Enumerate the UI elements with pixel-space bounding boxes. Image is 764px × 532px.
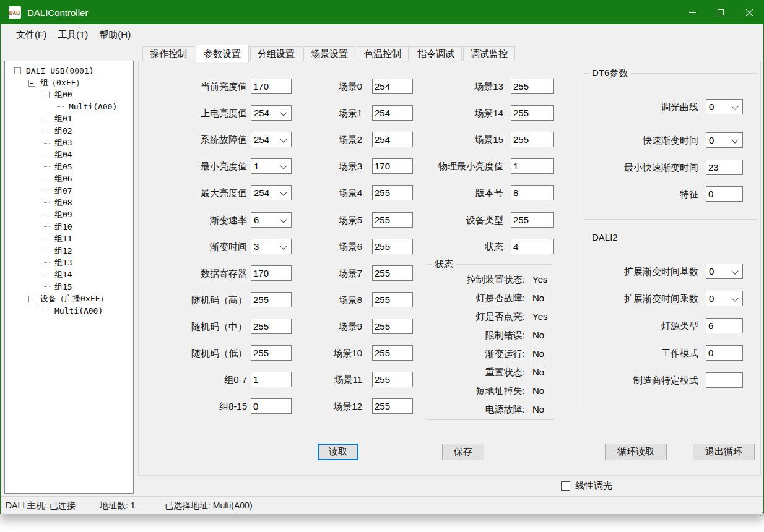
param-input[interactable]: [706, 372, 743, 388]
titlebar[interactable]: DALI DALIController: [1, 1, 763, 24]
param-input[interactable]: [372, 158, 413, 174]
linear-dimming-checkbox[interactable]: [561, 481, 570, 491]
param-input[interactable]: [251, 265, 292, 281]
tab-command-debug[interactable]: 指令调试: [410, 46, 462, 61]
tree-item[interactable]: 组（0xFF）: [5, 77, 133, 88]
param-input[interactable]: [511, 132, 554, 147]
minimize-icon: [689, 12, 696, 13]
param-select[interactable]: 254: [251, 132, 292, 147]
param-input[interactable]: [372, 185, 413, 200]
param-input[interactable]: [251, 345, 292, 361]
tab-strip: 操作控制参数设置分组设置场景设置色温控制指令调试调试监控: [138, 44, 761, 61]
tree-connector-icon: [43, 215, 50, 215]
tree-item[interactable]: 组02: [5, 125, 133, 137]
tree-item[interactable]: DALI USB(0001): [5, 65, 133, 77]
tab-parameter-settings[interactable]: 参数设置: [196, 45, 249, 62]
read-button[interactable]: 读取: [318, 444, 358, 460]
status-field-value: No: [532, 364, 544, 380]
tree-item[interactable]: 组09: [5, 209, 133, 221]
minimize-button[interactable]: [678, 1, 706, 24]
tree-expander-icon[interactable]: [28, 80, 35, 87]
param-input[interactable]: [372, 239, 413, 254]
param-select[interactable]: 6: [251, 212, 292, 228]
tree-item[interactable]: 组15: [5, 281, 133, 293]
tree-item[interactable]: 组14: [5, 269, 133, 281]
param-input[interactable]: [706, 345, 743, 361]
param-label: 最小快速渐变时间: [588, 160, 698, 175]
tree-item[interactable]: 组05: [5, 161, 133, 173]
param-input[interactable]: [372, 319, 413, 334]
tree-item[interactable]: 组11: [5, 233, 133, 244]
param-input[interactable]: [511, 185, 554, 200]
param-input[interactable]: [251, 319, 292, 334]
tree-item[interactable]: 组03: [5, 137, 133, 148]
param-select[interactable]: 254: [251, 185, 292, 200]
param-input[interactable]: [372, 79, 413, 94]
menu-tools[interactable]: 工具(T): [52, 24, 93, 45]
tab-scene-settings[interactable]: 场景设置: [303, 46, 355, 61]
tab-grouping-settings[interactable]: 分组设置: [250, 46, 302, 61]
tree-item[interactable]: 设备（广播0xFF）: [5, 293, 133, 304]
param-label: 场景0: [290, 79, 362, 94]
tree-item[interactable]: 组12: [5, 245, 133, 257]
param-input[interactable]: [511, 79, 554, 94]
tab-debug-monitor[interactable]: 调试监控: [463, 46, 515, 61]
param-select[interactable]: 1: [251, 158, 292, 174]
param-input[interactable]: [372, 212, 413, 228]
close-button[interactable]: [735, 1, 763, 24]
param-input[interactable]: [706, 186, 743, 202]
tab-color-temp-control[interactable]: 色温控制: [357, 46, 409, 61]
param-select-value: 6: [254, 213, 259, 227]
param-input[interactable]: [372, 398, 413, 414]
tree-expander-icon[interactable]: [14, 67, 21, 74]
param-input[interactable]: [372, 105, 413, 121]
param-select[interactable]: 0: [706, 99, 743, 114]
tree-item[interactable]: Multi(A00): [5, 101, 133, 113]
exit-loop-button[interactable]: 退出循环: [693, 444, 755, 460]
param-input[interactable]: [372, 132, 413, 147]
param-label: 设备类型: [425, 212, 503, 228]
param-input[interactable]: [511, 158, 554, 174]
loop-read-button[interactable]: 循环读取: [605, 444, 667, 460]
param-input[interactable]: [372, 372, 413, 387]
param-input[interactable]: [251, 79, 292, 94]
param-select[interactable]: 0: [706, 132, 743, 148]
tab-operation-control[interactable]: 操作控制: [142, 46, 194, 61]
save-button[interactable]: 保存: [442, 444, 484, 460]
param-input[interactable]: [706, 318, 743, 333]
param-input[interactable]: [251, 398, 292, 414]
param-input[interactable]: [251, 292, 292, 307]
param-input[interactable]: [372, 345, 413, 361]
tree-item[interactable]: 组08: [5, 197, 133, 208]
param-label: 快速渐变时间: [588, 132, 698, 148]
tree-item[interactable]: 组13: [5, 257, 133, 268]
param-select[interactable]: 3: [251, 239, 292, 254]
tree-item[interactable]: 组06: [5, 173, 133, 185]
param-select[interactable]: 0: [706, 291, 743, 306]
status-field-label: 灯是否故障:: [428, 290, 525, 306]
tree-item[interactable]: 组01: [5, 113, 133, 125]
param-input[interactable]: [372, 292, 413, 307]
resize-grip[interactable]: [760, 510, 761, 511]
tree-item[interactable]: 组00: [5, 89, 133, 101]
tree-expander-icon[interactable]: [43, 92, 50, 98]
param-input[interactable]: [511, 239, 554, 254]
menu-help[interactable]: 帮助(H): [93, 24, 136, 45]
status-field-label: 重置状态:: [428, 364, 525, 380]
maximize-button[interactable]: [706, 1, 735, 24]
tree-expander-icon[interactable]: [28, 296, 35, 302]
param-input[interactable]: [372, 265, 413, 281]
tree-item[interactable]: Multi(A00): [5, 305, 133, 317]
param-input[interactable]: [511, 105, 554, 121]
tree-item[interactable]: 组04: [5, 149, 133, 161]
param-select[interactable]: 254: [251, 105, 292, 121]
param-input[interactable]: [706, 160, 743, 175]
tree-connector-icon: [43, 143, 50, 144]
maximize-icon: [718, 9, 724, 15]
tree-item[interactable]: 组07: [5, 185, 133, 197]
param-input[interactable]: [511, 212, 554, 228]
param-select[interactable]: 0: [706, 264, 743, 279]
tree-item[interactable]: 组10: [5, 221, 133, 233]
menu-file[interactable]: 文件(F): [11, 24, 52, 45]
param-input[interactable]: [251, 372, 292, 387]
